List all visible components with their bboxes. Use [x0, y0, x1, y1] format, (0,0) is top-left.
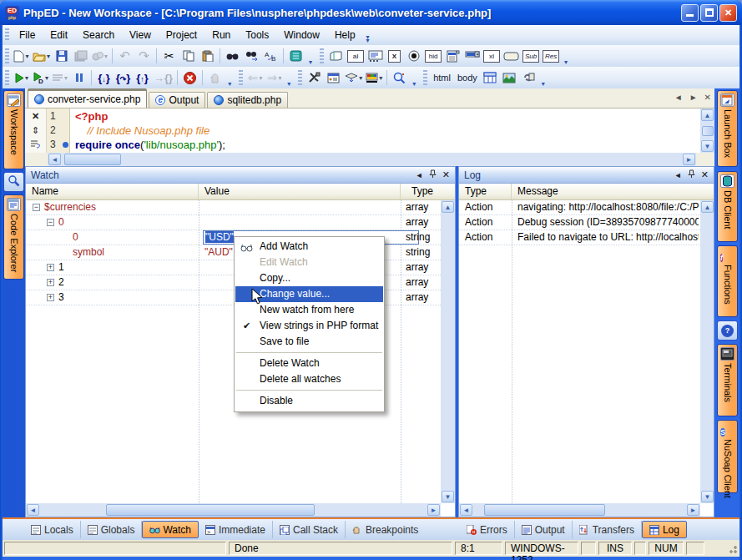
toolbar-overflow-chevron[interactable]: ▾ — [225, 67, 235, 88]
run-debugger-button[interactable]: D▾ — [31, 68, 50, 87]
step-out-button[interactable]: {↑} — [133, 68, 152, 87]
copy-button[interactable] — [179, 47, 198, 65]
scrollbar-thumb[interactable] — [64, 154, 121, 165]
watch-panel-header[interactable]: Watch ◄ ✕ — [26, 167, 455, 184]
menu-window[interactable]: Window — [276, 27, 327, 43]
scroll-right-icon[interactable]: ► — [427, 504, 440, 516]
pin-icon[interactable] — [688, 169, 695, 180]
toolbar-overflow-chevron[interactable]: ▾ — [538, 67, 548, 88]
undock-icon[interactable]: ◄ — [674, 171, 682, 179]
menu-item-delete-all-watches[interactable]: Delete all watches — [235, 371, 384, 387]
scroll-left-icon[interactable]: ◄ — [460, 504, 472, 516]
toolbar-grip[interactable] — [423, 70, 427, 85]
menu-run[interactable]: Run — [204, 27, 238, 43]
toolbar-grip[interactable] — [320, 48, 324, 63]
sidebar-tab-nusoap-client[interactable]: S NuSoap Client — [717, 420, 738, 493]
menu-item-view-strings-php-format[interactable]: ✔ View strings in PHP format — [235, 318, 384, 334]
menu-item-delete-watch[interactable]: Delete Watch — [235, 356, 384, 371]
sidebar-tab-launch-box[interactable]: Launch Box — [717, 90, 738, 167]
log-horizontal-scrollbar[interactable]: ◄ ► — [459, 503, 700, 517]
menu-file[interactable]: File — [12, 27, 43, 43]
close-icon[interactable]: ✕ — [701, 169, 709, 180]
toolbar-overflow-chevron[interactable]: ▾ — [284, 67, 294, 88]
tab-breakpoints[interactable]: Breakpoints — [346, 521, 425, 538]
toolbar-overflow-chevron[interactable]: ▾ — [409, 67, 419, 88]
navigate-back-button[interactable]: ⇐▾ — [245, 68, 265, 87]
scroll-up-icon[interactable]: ▲ — [701, 109, 714, 121]
paste-button[interactable] — [198, 47, 217, 65]
expander-open-icon[interactable]: − — [33, 204, 40, 211]
sidebar-tab-code-explorer[interactable]: Code Explorer — [3, 194, 24, 280]
toolbar-grip[interactable] — [5, 28, 9, 43]
log-row[interactable]: ActionFailed to navigate to URL: http://… — [459, 230, 700, 245]
sidebar-tab-functions[interactable]: f Functions — [717, 245, 738, 317]
insert-anchor-button[interactable] — [519, 68, 538, 87]
form-reset-button[interactable]: Res — [541, 47, 561, 65]
zoom-button[interactable] — [390, 68, 409, 87]
tab-locals[interactable]: Locals — [24, 521, 81, 538]
scrollbar-thumb[interactable] — [106, 504, 315, 516]
run-to-cursor-button[interactable]: →{} — [152, 68, 174, 87]
sidebar-tab-workspace[interactable]: Workspace — [3, 90, 24, 169]
scrollbar-thumb[interactable] — [484, 504, 605, 516]
column-value[interactable]: Value — [199, 184, 401, 199]
tab-transfers[interactable]: Transfers — [573, 521, 642, 538]
tab-errors[interactable]: Errors — [460, 521, 515, 538]
toolbar-overflow-chevron[interactable]: ▾ — [561, 45, 571, 67]
watch-row[interactable]: −0 array — [26, 215, 441, 230]
form-label-button[interactable]: aI — [346, 47, 366, 65]
menu-search[interactable]: Search — [75, 27, 122, 43]
maximize-button[interactable] — [700, 4, 718, 22]
form-button-button[interactable] — [502, 47, 521, 65]
undock-icon[interactable]: ◄ — [416, 171, 423, 179]
step-into-button[interactable]: {↓} — [94, 68, 114, 87]
highlight-grid-button[interactable] — [286, 47, 305, 65]
scroll-down-icon[interactable]: ▼ — [701, 140, 714, 152]
tab-scroll-left-icon[interactable]: ◄ — [674, 93, 683, 102]
navigate-forward-button[interactable]: ⇒▾ — [265, 68, 284, 87]
find-next-button[interactable] — [242, 47, 261, 65]
sidebar-tab-db-client[interactable]: DB Client — [717, 171, 738, 242]
tab-call-stack[interactable]: Call Stack — [273, 521, 346, 538]
pause-hand-button[interactable] — [205, 68, 225, 87]
expander-closed-icon[interactable]: + — [47, 264, 54, 271]
tab-output[interactable]: e Output — [149, 92, 205, 108]
column-type[interactable]: Type — [459, 184, 512, 199]
close-panel-icon[interactable]: ✕ — [32, 111, 39, 122]
scroll-down-icon[interactable]: ▼ — [442, 491, 454, 502]
scroll-left-icon[interactable]: ◄ — [27, 504, 39, 516]
scroll-up-icon[interactable]: ▲ — [701, 201, 714, 213]
scroll-up-icon[interactable]: ▲ — [442, 201, 454, 213]
toolbar-overflow-chevron[interactable]: ▾ — [305, 45, 315, 67]
pin-icon[interactable] — [429, 169, 437, 180]
breakpoint-dot-icon[interactable] — [63, 142, 68, 148]
menu-edit[interactable]: Edit — [43, 27, 75, 43]
menu-item-save-to-file[interactable]: Save to file — [235, 334, 384, 350]
tab-log[interactable]: Log — [642, 521, 687, 538]
undo-button[interactable]: ↶ — [115, 47, 134, 65]
toolbar-grip[interactable] — [5, 70, 9, 85]
scroll-right-icon[interactable]: ► — [683, 154, 695, 165]
watch-horizontal-scrollbar[interactable]: ◄ ► — [26, 503, 441, 517]
column-message[interactable]: Message — [512, 184, 714, 199]
menu-item-add-watch[interactable]: Add Watch — [235, 239, 384, 255]
run-profiler-button[interactable]: ▾ — [50, 68, 69, 87]
resize-grip[interactable] — [726, 542, 738, 554]
form-submit-button[interactable]: Sub — [521, 47, 541, 65]
expander-closed-icon[interactable]: + — [47, 294, 54, 301]
watch-vertical-scrollbar[interactable]: ▲ ▼ — [441, 200, 455, 503]
title-bar[interactable]: EDphp PhpED - New Workspace - [C:\Progra… — [0, 0, 742, 25]
stop-button[interactable] — [180, 68, 199, 87]
close-button[interactable]: ✕ — [719, 4, 737, 22]
column-type[interactable]: Type — [401, 184, 455, 199]
step-over-button[interactable]: {↷} — [114, 68, 133, 87]
tab-scroll-right-icon[interactable]: ► — [689, 93, 698, 102]
html-tag-button[interactable]: html — [430, 68, 454, 87]
tab-immediate[interactable]: >_Immediate — [199, 521, 273, 538]
tab-conveter-service[interactable]: conveter-service.php — [28, 88, 147, 108]
scroll-right-icon[interactable]: ► — [687, 504, 699, 516]
editor-vertical-scrollbar[interactable]: ▲ ▼ — [700, 108, 714, 153]
column-name[interactable]: Name — [26, 184, 199, 199]
menu-project[interactable]: Project — [159, 27, 204, 43]
bookmark-list-icon[interactable] — [30, 139, 41, 150]
